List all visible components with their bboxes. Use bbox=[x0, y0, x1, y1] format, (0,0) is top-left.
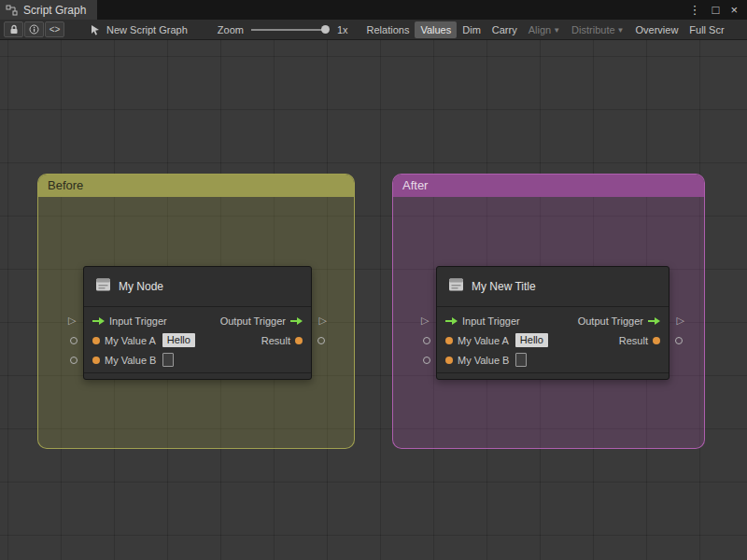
graph-canvas[interactable]: Before My Node bbox=[0, 40, 747, 560]
value-port-dot bbox=[445, 337, 453, 344]
input-trigger-port[interactable]: ▷ bbox=[421, 315, 429, 326]
flow-in-arrow-icon bbox=[92, 316, 105, 326]
flow-out-arrow-icon bbox=[648, 316, 660, 326]
code-view-button[interactable]: <> bbox=[45, 21, 64, 37]
unit-icon bbox=[95, 277, 111, 296]
value-a-row: My Value A Hello Result bbox=[84, 330, 311, 350]
code-icon: <> bbox=[49, 24, 61, 35]
result-label: Result bbox=[261, 335, 290, 346]
zoom-slider[interactable] bbox=[251, 29, 330, 31]
node-footer bbox=[84, 372, 311, 379]
info-icon bbox=[29, 24, 39, 35]
unit-icon bbox=[448, 277, 464, 296]
flow-in-arrow-icon bbox=[445, 316, 458, 326]
value-a-row: My Value A Hello Result bbox=[437, 330, 669, 350]
fullscreen-button[interactable]: Full Scr bbox=[684, 21, 729, 38]
node-title-bar[interactable]: My New Title bbox=[437, 267, 669, 307]
zoom-slider-handle[interactable] bbox=[321, 25, 330, 34]
output-trigger-label: Output Trigger bbox=[578, 315, 643, 327]
distribute-dropdown[interactable]: Distribute▼ bbox=[566, 21, 629, 38]
result-port[interactable] bbox=[317, 337, 325, 344]
tab-title: Script Graph bbox=[23, 4, 86, 17]
group-after-header[interactable]: After bbox=[393, 175, 704, 197]
node-title: My Node bbox=[119, 280, 163, 293]
value-a-field[interactable]: Hello bbox=[515, 333, 548, 347]
overview-button[interactable]: Overview bbox=[629, 21, 684, 38]
group-before-header[interactable]: Before bbox=[38, 175, 354, 197]
align-dropdown[interactable]: Align▼ bbox=[523, 21, 566, 38]
group-before[interactable]: Before My Node bbox=[37, 174, 355, 449]
zoom-label: Zoom bbox=[218, 24, 244, 35]
node-my-new-title[interactable]: My New Title Input Trigger Output Trigge… bbox=[436, 266, 669, 380]
value-port-dot bbox=[445, 357, 453, 364]
dim-button[interactable]: Dim bbox=[457, 21, 486, 38]
value-port-dot bbox=[92, 357, 100, 364]
value-b-field[interactable] bbox=[162, 353, 174, 367]
tab-script-graph[interactable]: Script Graph bbox=[0, 0, 97, 20]
value-a-label: My Value A bbox=[105, 335, 156, 346]
chevron-down-icon: ▼ bbox=[617, 26, 625, 35]
output-trigger-port[interactable]: ▷ bbox=[319, 315, 327, 326]
output-trigger-label: Output Trigger bbox=[220, 315, 286, 327]
values-button[interactable]: Values bbox=[415, 21, 457, 38]
node-footer bbox=[437, 372, 669, 379]
input-trigger-label: Input Trigger bbox=[462, 315, 520, 327]
value-a-port[interactable] bbox=[70, 337, 78, 344]
node-title: My New Title bbox=[472, 280, 536, 293]
value-b-field[interactable] bbox=[515, 353, 527, 367]
value-a-label: My Value A bbox=[458, 335, 509, 346]
output-trigger-port[interactable]: ▷ bbox=[677, 315, 684, 326]
graph-toolbar: <> New Script Graph Zoom 1x Relations Va… bbox=[0, 20, 747, 40]
kebab-menu-icon[interactable]: ⋮ bbox=[689, 3, 701, 17]
value-b-label: My Value B bbox=[458, 355, 509, 366]
group-after[interactable]: After My New Title bbox=[392, 174, 705, 449]
graph-name-button[interactable]: New Script Graph bbox=[90, 24, 188, 35]
close-icon[interactable]: × bbox=[730, 3, 738, 17]
value-a-field[interactable]: Hello bbox=[162, 333, 195, 347]
value-port-dot bbox=[295, 337, 303, 344]
relations-button[interactable]: Relations bbox=[361, 21, 416, 38]
value-port-dot bbox=[653, 337, 660, 344]
value-a-port[interactable] bbox=[423, 337, 430, 344]
zoom-value: 1x bbox=[337, 24, 348, 35]
node-title-bar[interactable]: My Node bbox=[84, 267, 311, 307]
window-tab-bar: Script Graph ⋮ □ × bbox=[0, 0, 747, 20]
chevron-down-icon: ▼ bbox=[553, 26, 560, 35]
carry-button[interactable]: Carry bbox=[486, 21, 523, 38]
group-label: After bbox=[402, 178, 428, 192]
info-button[interactable] bbox=[24, 21, 44, 37]
value-b-port[interactable] bbox=[70, 357, 78, 364]
trigger-row: Input Trigger Output Trigger bbox=[84, 311, 311, 330]
result-port[interactable] bbox=[675, 337, 683, 344]
pointer-icon bbox=[90, 24, 101, 35]
value-b-row: My Value B bbox=[437, 350, 669, 370]
group-label: Before bbox=[48, 178, 83, 192]
result-label: Result bbox=[619, 335, 648, 346]
value-b-row: My Value B bbox=[84, 350, 311, 370]
flow-out-arrow-icon bbox=[290, 316, 303, 326]
value-b-label: My Value B bbox=[105, 355, 156, 366]
input-trigger-port[interactable]: ▷ bbox=[68, 315, 76, 326]
value-port-dot bbox=[92, 337, 100, 344]
maximize-icon[interactable]: □ bbox=[712, 3, 720, 17]
trigger-row: Input Trigger Output Trigger bbox=[437, 311, 669, 330]
script-graph-icon bbox=[6, 5, 18, 16]
input-trigger-label: Input Trigger bbox=[109, 315, 167, 327]
value-b-port[interactable] bbox=[423, 357, 430, 364]
lock-icon bbox=[9, 24, 19, 35]
node-my-node[interactable]: My Node Input Trigger Output Trigger bbox=[83, 266, 312, 380]
lock-button[interactable] bbox=[4, 21, 23, 37]
zoom-slider-fill bbox=[251, 29, 323, 31]
graph-name-label: New Script Graph bbox=[106, 24, 188, 35]
